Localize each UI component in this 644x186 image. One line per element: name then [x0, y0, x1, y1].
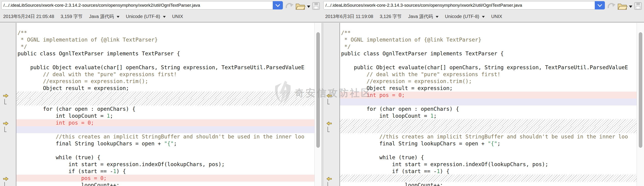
left-file-path-input[interactable] [2, 1, 273, 10]
code-line: for (char open : openChars) { [16, 106, 314, 112]
left-path-dropdown-button[interactable] [273, 1, 283, 10]
caret-down-icon [163, 16, 166, 18]
encoding-dropdown[interactable]: Unicode (UTF-8) [126, 14, 166, 19]
merge-arrow-icon[interactable] [3, 121, 8, 126]
code-line: if (start == -1) { [340, 168, 637, 175]
file-size: 3,159 字节 [60, 13, 83, 20]
change-end-bracket [328, 99, 330, 104]
missing-lines-placeholder [16, 99, 314, 106]
caret-down-icon [117, 16, 120, 18]
code-line: int start = expression.indexOf(lookupCha… [340, 161, 637, 168]
file-size: 3,126 字节 [380, 13, 402, 20]
code-line: * OGNL implementation of {@link TextPars… [340, 36, 637, 43]
merge-arrow-icon[interactable] [326, 177, 332, 181]
code-area: /** * OGNL implementation of {@link Text… [340, 23, 637, 186]
code-line: int loopCount = 1; [16, 112, 314, 119]
left-file-metadata: 2013年5月24日 21:05:48 3,159 字节 Java 源代码 Un… [3, 12, 183, 21]
encoding-label: Unicode (UTF-8) [445, 14, 479, 19]
change-end-bracket [4, 127, 6, 132]
change-end-bracket [4, 182, 6, 186]
left-panel: /** * OGNL implementation of {@link Text… [0, 23, 322, 186]
code-line: int pos = 0; [16, 119, 314, 126]
file-compare-window: 2013年5月24日 21:05:48 3,159 字节 Java 源代码 Un… [0, 0, 644, 186]
left-file-header: 2013年5月24日 21:05:48 3,159 字节 Java 源代码 Un… [0, 0, 322, 22]
code-line: // deal with the "pure" expressions firs… [340, 71, 637, 78]
encoding-dropdown[interactable]: Unicode (UTF-8) [445, 14, 485, 19]
code-line: //this creates an implicit StringBuffer … [340, 133, 637, 140]
code-line: loopCount++; [340, 182, 637, 186]
save-icon[interactable] [634, 2, 642, 11]
save-icon[interactable] [312, 2, 320, 11]
right-panel: /** * OGNL implementation of {@link Text… [323, 23, 644, 186]
code-line: while (true) { [340, 154, 637, 161]
vertical-scrollbar[interactable] [637, 23, 644, 186]
chevron-down-icon [598, 2, 602, 7]
folder-dropdown-caret-icon[interactable] [307, 6, 310, 8]
code-line: final String lookupChars = open + "{"; [16, 140, 314, 147]
code-line: pos = 0; [16, 175, 314, 182]
code-area: /** * OGNL implementation of {@link Text… [16, 23, 314, 186]
merge-arrow-icon[interactable] [326, 94, 332, 98]
code-line [340, 147, 637, 154]
folder-dropdown-caret-icon[interactable] [629, 6, 632, 8]
caret-down-icon [482, 16, 485, 18]
vertical-scrollbar-thumb[interactable] [639, 32, 642, 148]
format-dropdown[interactable]: Java 源代码 [89, 13, 120, 20]
code-line: public class OgnlTextParser implements T… [340, 50, 637, 57]
vertical-scrollbar-thumb[interactable] [316, 32, 320, 148]
modified-timestamp: 2013年6月3日 11:19:08 [325, 13, 373, 20]
merge-arrow-icon[interactable] [3, 94, 8, 98]
code-line [16, 126, 314, 133]
code-line: //this creates an implicit StringBuffer … [16, 133, 314, 140]
code-line: if (start == -1) { [16, 168, 314, 175]
merge-arrow-icon[interactable] [326, 121, 332, 126]
browse-folder-icon[interactable] [295, 2, 306, 11]
code-line: */ [340, 43, 637, 50]
panel-divider[interactable] [322, 23, 323, 186]
gutter [323, 23, 340, 186]
line-endings-label: UNIX [172, 14, 183, 19]
merge-arrow-icon[interactable] [3, 177, 8, 181]
code-line: final String lookupChars = open + "{"; [340, 140, 637, 147]
vertical-scrollbar[interactable] [314, 23, 322, 186]
code-line [340, 99, 637, 106]
missing-lines-placeholder [340, 175, 637, 182]
code-line: int loopCount = 1; [340, 112, 637, 119]
follow-link-icon[interactable] [607, 2, 616, 11]
code-line: Object result = expression; [16, 85, 314, 91]
missing-lines-placeholder [340, 126, 637, 133]
right-path-dropdown-button[interactable] [595, 1, 605, 10]
code-line: int pos = 0; [340, 91, 637, 99]
change-end-bracket [328, 127, 330, 132]
line-endings-label: UNIX [491, 14, 502, 19]
code-line: int start = expression.indexOf(lookupCha… [16, 161, 314, 168]
browse-folder-icon[interactable] [617, 2, 628, 11]
code-line [16, 147, 314, 154]
code-line [16, 57, 314, 64]
chevron-down-icon [276, 2, 280, 7]
code-line [340, 57, 637, 64]
right-file-metadata: 2013年6月3日 11:19:08 3,126 字节 Java 源代码 Uni… [325, 12, 502, 21]
missing-lines-placeholder [340, 119, 637, 126]
encoding-label: Unicode (UTF-8) [126, 14, 160, 19]
code-line: Object result = expression; [340, 85, 637, 91]
missing-lines-placeholder [16, 91, 314, 99]
code-line: /** [16, 29, 314, 36]
right-file-path-input[interactable] [324, 1, 595, 10]
code-line: for (char open : openChars) { [340, 106, 637, 112]
change-end-bracket [328, 182, 330, 186]
code-line: public Object evaluate(char[] openChars,… [340, 64, 637, 71]
code-line: */ [16, 43, 314, 50]
code-line: loopCount++; [16, 182, 314, 186]
format-dropdown[interactable]: Java 源代码 [408, 13, 438, 20]
code-line: /** [340, 29, 637, 36]
gutter [0, 23, 16, 186]
code-line: //expression = expression.trim(); [16, 78, 314, 85]
code-line: while (true) { [16, 154, 314, 161]
follow-link-icon[interactable] [285, 2, 294, 11]
header-bar: 2013年5月24日 21:05:48 3,159 字节 Java 源代码 Un… [0, 0, 644, 22]
format-label: Java 源代码 [89, 13, 114, 20]
format-label: Java 源代码 [408, 13, 433, 20]
code-line: * OGNL implementation of {@link TextPars… [16, 36, 314, 43]
right-file-header: 2013年6月3日 11:19:08 3,126 字节 Java 源代码 Uni… [322, 0, 644, 22]
